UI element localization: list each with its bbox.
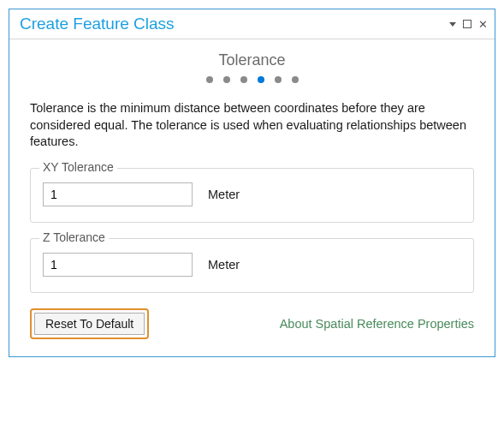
window-controls: ✕ bbox=[449, 19, 488, 30]
reset-to-default-button[interactable]: Reset To Default bbox=[34, 313, 145, 335]
step-description: Tolerance is the minimum distance betwee… bbox=[30, 100, 474, 151]
step-dot[interactable] bbox=[240, 76, 247, 83]
step-indicator bbox=[30, 76, 474, 83]
z-tolerance-legend: Z Tolerance bbox=[39, 230, 109, 244]
footer: Reset To Default About Spatial Reference… bbox=[30, 308, 474, 339]
z-tolerance-group: Z Tolerance Meter bbox=[30, 238, 474, 293]
step-dot[interactable] bbox=[275, 76, 282, 83]
dropdown-icon[interactable] bbox=[449, 22, 456, 27]
xy-tolerance-input[interactable] bbox=[43, 182, 193, 206]
wizard-window: Create Feature Class ✕ Tolerance Toleran… bbox=[9, 9, 495, 357]
z-tolerance-row: Meter bbox=[43, 253, 461, 277]
maximize-icon[interactable] bbox=[463, 20, 471, 28]
about-spatial-reference-link[interactable]: About Spatial Reference Properties bbox=[280, 317, 474, 331]
xy-tolerance-unit: Meter bbox=[208, 188, 240, 201]
xy-tolerance-row: Meter bbox=[43, 182, 461, 206]
step-dot-active[interactable] bbox=[258, 76, 264, 83]
reset-highlight: Reset To Default bbox=[30, 308, 149, 339]
titlebar: Create Feature Class ✕ bbox=[9, 9, 495, 39]
content-area: Tolerance Tolerance is the minimum dista… bbox=[9, 39, 495, 356]
step-dot[interactable] bbox=[292, 76, 299, 83]
step-dot[interactable] bbox=[223, 76, 230, 83]
z-tolerance-unit: Meter bbox=[208, 258, 240, 272]
xy-tolerance-group: XY Tolerance Meter bbox=[30, 168, 474, 223]
window-title: Create Feature Class bbox=[20, 15, 175, 33]
step-title: Tolerance bbox=[30, 51, 474, 69]
step-dot[interactable] bbox=[206, 76, 213, 83]
xy-tolerance-legend: XY Tolerance bbox=[39, 160, 117, 174]
z-tolerance-input[interactable] bbox=[43, 253, 193, 277]
step-header: Tolerance bbox=[30, 51, 474, 83]
close-icon[interactable]: ✕ bbox=[478, 19, 488, 30]
